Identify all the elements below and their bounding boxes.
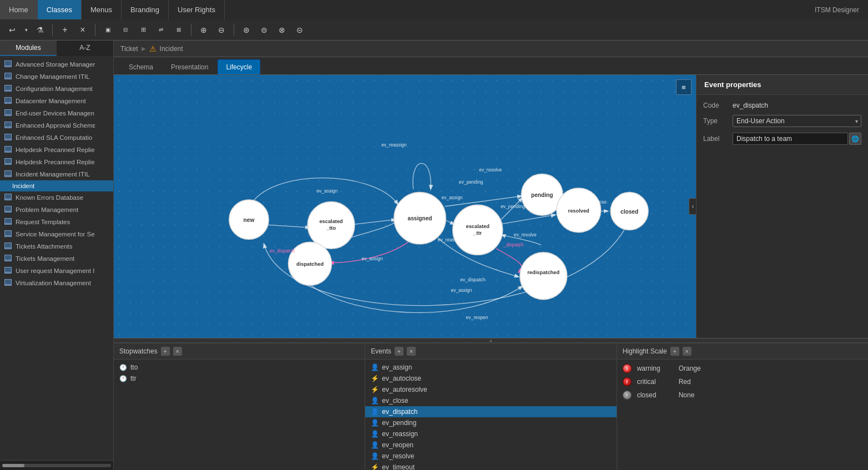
tool-9[interactable]: ⊜ (256, 23, 272, 37)
diagram-menu-button[interactable]: ≡ (676, 79, 692, 95)
sidebar-tab-modules[interactable]: Modules (0, 41, 57, 56)
sidebar-item-problem-mgmt[interactable]: Problem Management (0, 204, 113, 216)
sidebar-item-configuration[interactable]: Configuration Management (0, 83, 113, 95)
highlight-close-btn[interactable]: × (683, 347, 692, 356)
sidebar-item-end-user[interactable]: End-user Devices Managen (0, 107, 113, 119)
breadcrumb-ticket[interactable]: Ticket (120, 45, 138, 53)
event-label: ev_assign (382, 363, 412, 371)
stack-icon (4, 73, 12, 80)
event-label: ev_resolve (382, 452, 414, 460)
event-ev-autoclose[interactable]: ⚡ ev_autoclose (365, 373, 616, 384)
sidebar-item-tickets-attachments[interactable]: Tickets Attachments (0, 240, 113, 252)
event-ev-timeout[interactable]: ⚡ ev_timeout (365, 462, 616, 470)
sidebar-item-incident-mgmt[interactable]: Incident Management ITIL (0, 168, 113, 180)
add-button[interactable]: + (57, 23, 73, 37)
stopwatch-ttr[interactable]: 🕐 ttr (114, 373, 365, 384)
sidebar-item-label: User request Management I (16, 267, 95, 274)
tab-schema[interactable]: Schema (120, 59, 162, 74)
nav-tab-classes[interactable]: Classes (38, 0, 82, 19)
nav-tab-branding[interactable]: Branding (122, 0, 169, 19)
diagram-collapse-button[interactable]: ‹ (689, 198, 696, 215)
tool-6[interactable]: ⊕ (196, 23, 211, 37)
event-label: ev_autoresolve (382, 386, 427, 393)
stack-icon (4, 242, 12, 250)
event-ev-resolve[interactable]: 👤 ev_resolve (365, 451, 616, 462)
sidebar-scrollbar[interactable] (0, 460, 113, 470)
breadcrumb-incident[interactable]: Incident (160, 45, 183, 53)
sidebar-item-helpdesk-2[interactable]: Helpdesk Precanned Replie (0, 156, 113, 168)
stopwatches-title: Stopwatches (119, 347, 158, 355)
tool-2[interactable]: ⊟ (118, 23, 133, 37)
tab-presentation[interactable]: Presentation (163, 59, 216, 74)
event-ev-assign[interactable]: 👤 ev_assign (365, 362, 616, 373)
dropdown-arrow[interactable]: ▾ (22, 23, 30, 37)
sidebar-item-enhanced-approval[interactable]: Enhanced Approval Schemε (0, 119, 113, 132)
event-ev-reassign[interactable]: 👤 ev_reassign (365, 428, 616, 439)
tool-10[interactable]: ⊗ (274, 23, 290, 37)
toolbar-dropdown: ▾ (22, 23, 30, 37)
sidebar-item-user-request[interactable]: User request Management I (0, 265, 113, 277)
bottom-collapse-bar[interactable]: ▲ (114, 338, 868, 342)
sidebar-item-service-mgmt[interactable]: Service Management for Se (0, 228, 113, 240)
event-ev-close[interactable]: 👤 ev_close (365, 395, 616, 406)
stack-icon (4, 230, 12, 238)
tool-5[interactable]: ⊠ (171, 23, 186, 37)
tab-lifecycle[interactable]: Lifecycle (218, 59, 260, 74)
event-ev-reopen[interactable]: 👤 ev_reopen (365, 439, 616, 451)
tool-3[interactable]: ⊞ (135, 23, 151, 37)
svg-text:ev_resolve: ev_resolve (514, 232, 537, 237)
highlight-warning[interactable]: ! warning Orange (617, 362, 868, 375)
sidebar-tab-az[interactable]: A-Z (57, 41, 113, 56)
stopwatches-add-btn[interactable]: + (161, 347, 170, 356)
flask-button[interactable]: ⚗ (32, 23, 48, 37)
highlight-critical[interactable]: ! critical Red (617, 375, 868, 388)
tool-8[interactable]: ⊛ (239, 23, 254, 37)
stopwatch-tto[interactable]: 🕐 tto (114, 362, 365, 373)
event-ev-pending[interactable]: 👤 ev_pending (365, 417, 616, 428)
highlight-warning-label: warning (637, 365, 673, 372)
sidebar-item-advanced-storage[interactable]: Advanced Storage Manager (0, 58, 113, 70)
svg-line-1 (355, 220, 396, 224)
sidebar-item-helpdesk-1[interactable]: Helpdesk Precanned Replie (0, 144, 113, 156)
sidebar-item-change-management[interactable]: Change Management ITIL (0, 70, 113, 83)
sidebar-item-label: Known Errors Database (16, 194, 83, 201)
prop-type-select[interactable]: End-User Action Automatic Manual (733, 115, 861, 127)
sidebar-item-request-templates[interactable]: Request Templates (0, 216, 113, 228)
tool-1[interactable]: ▣ (100, 23, 115, 37)
nav-tab-user-rights[interactable]: User Rights (169, 0, 225, 19)
undo-button[interactable]: ↩ (4, 23, 20, 37)
highlight-scale-panel: Highlight Scale + × ! warning Orange ! (617, 343, 868, 470)
sidebar-item-incident[interactable]: Incident (0, 180, 113, 191)
diagram-area: ≡ ‹ (114, 75, 696, 338)
nav-tab-menus[interactable]: Menus (82, 0, 122, 19)
events-header: Events + × (365, 343, 616, 360)
highlight-closed[interactable]: i closed None (617, 388, 868, 402)
event-ev-dispatch[interactable]: 👤 ev_dispatch (365, 406, 616, 417)
scrollbar-track (2, 464, 111, 467)
events-title: Events (371, 347, 391, 355)
stopwatches-close-btn[interactable]: × (173, 347, 182, 356)
prop-globe-button[interactable]: 🌐 (849, 133, 861, 145)
toolbar-sep-1 (52, 24, 53, 36)
sidebar-item-tickets-mgmt[interactable]: Tickets Management (0, 252, 113, 265)
tool-7[interactable]: ⊖ (214, 23, 229, 37)
sidebar-item-datacenter[interactable]: Datacenter Management (0, 95, 113, 107)
sidebar-item-label: Helpdesk Precanned Replie (16, 159, 95, 165)
highlight-add-btn[interactable]: + (670, 347, 679, 356)
lightning-icon: ⚡ (371, 463, 379, 470)
events-close-btn[interactable]: × (407, 347, 416, 356)
prop-row-type: Type End-User Action Automatic Manual (703, 115, 861, 127)
sidebar-item-enhanced-sla[interactable]: Enhanced SLA Computatio (0, 132, 113, 144)
events-add-btn[interactable]: + (395, 347, 403, 356)
remove-button[interactable]: × (75, 23, 90, 37)
prop-type-select-wrapper[interactable]: End-User Action Automatic Manual (733, 115, 861, 127)
sidebar-item-known-errors[interactable]: Known Errors Database (0, 191, 113, 204)
sidebar-item-virtualization[interactable]: Virtualization Management (0, 277, 113, 289)
tool-11[interactable]: ⊝ (292, 23, 307, 37)
tool-4[interactable]: ⇌ (153, 23, 169, 37)
svg-text:ev_assign: ev_assign (451, 287, 472, 293)
prop-label-input[interactable] (733, 133, 848, 145)
event-label: ev_pending (382, 419, 416, 427)
event-ev-autoresolve[interactable]: ⚡ ev_autoresolve (365, 384, 616, 395)
nav-tab-home[interactable]: Home (0, 0, 38, 19)
